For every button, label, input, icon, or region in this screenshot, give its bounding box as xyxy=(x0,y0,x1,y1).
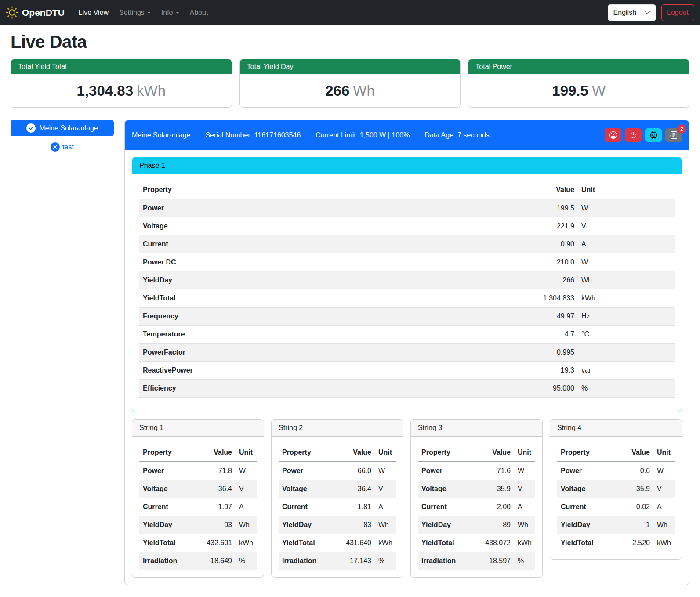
caret-down-icon xyxy=(176,12,179,14)
value-cell: 432.601 xyxy=(195,534,236,552)
nav-item-live-view[interactable]: Live View xyxy=(75,5,112,20)
table-body: Power71.6WVoltage35.9VCurrent2.00AYieldD… xyxy=(418,462,535,570)
unit-cell: A xyxy=(578,235,675,253)
column-value: Value xyxy=(516,181,578,199)
unit-cell: Wh xyxy=(375,516,396,534)
nav-item-label: About xyxy=(190,9,208,17)
inverter-serial: Serial Number: 116171603546 xyxy=(205,131,301,139)
string-card-title: String 2 xyxy=(272,420,403,437)
table-header-row: Property Value Unit xyxy=(279,444,396,462)
table-head: Property Value Unit xyxy=(279,444,396,462)
value-cell: 1 xyxy=(613,516,653,534)
nav-item-label: Settings xyxy=(119,9,145,17)
string-card-1: String 1 Property Value Unit xyxy=(132,419,264,578)
property-cell: Efficiency xyxy=(139,380,516,398)
table-row: Efficiency95.000% xyxy=(139,380,675,398)
inverter-limit: Current Limit: 1,500 W | 100% xyxy=(316,131,410,139)
value-cell: 93 xyxy=(195,516,236,534)
column-unit: Unit xyxy=(653,444,675,462)
unit-cell: Wh xyxy=(514,516,535,534)
value-cell: 18.597 xyxy=(474,552,514,570)
property-cell: Frequency xyxy=(139,308,516,326)
unit-cell: V xyxy=(514,480,535,498)
property-cell: Power xyxy=(279,462,334,480)
logout-button[interactable]: Logout xyxy=(661,4,694,21)
property-cell: YieldDay xyxy=(557,516,613,534)
table-row: Power71.8W xyxy=(139,462,257,480)
event-log-button[interactable]: 2 xyxy=(665,128,682,142)
table-row: Current1.81A xyxy=(279,498,396,516)
table-head: Property Value Unit xyxy=(139,444,257,462)
phase-card: Phase 1 Property Value Unit Power199.5WV… xyxy=(132,157,682,412)
value-cell: 199.5 xyxy=(516,199,578,217)
unit-cell: A xyxy=(653,498,675,516)
inverter-selected-button[interactable]: Meine Solaranlage xyxy=(11,120,114,136)
column-unit: Unit xyxy=(514,444,535,462)
column-unit: Unit xyxy=(236,444,257,462)
column-property: Property xyxy=(418,444,474,462)
string-card-body: Property Value Unit Power71.6WVoltage35.… xyxy=(411,437,542,570)
unit-cell: A xyxy=(375,498,396,516)
table-row: Power DC210.0W xyxy=(139,253,675,271)
value-cell: 438.072 xyxy=(474,534,514,552)
device-info-button[interactable] xyxy=(645,128,662,142)
table-row: YieldDay266Wh xyxy=(139,271,675,289)
inverter-selected-label: Meine Solaranlage xyxy=(39,124,98,132)
inverter-name: Meine Solaranlage xyxy=(132,131,190,139)
x-circle-icon xyxy=(51,142,60,152)
property-cell: Power xyxy=(139,199,516,217)
property-cell: Irradiation xyxy=(279,552,334,570)
summary-value: 1,304.83 xyxy=(77,83,133,99)
property-cell: YieldTotal xyxy=(139,534,195,552)
power-button[interactable] xyxy=(625,128,642,142)
table-header-row: Property Value Unit xyxy=(139,181,675,199)
content-row: Meine Solaranlage test Meine Solaranlage… xyxy=(11,120,689,585)
column-property: Property xyxy=(279,444,334,462)
table-head: Property Value Unit xyxy=(418,444,535,462)
nav-item-info[interactable]: Info xyxy=(158,5,183,20)
property-cell: Current xyxy=(279,498,334,516)
table-row: Current1.97A xyxy=(139,498,257,516)
nav-item-about[interactable]: About xyxy=(186,5,212,20)
unit-cell: W xyxy=(375,462,396,480)
property-cell: YieldTotal xyxy=(557,534,613,552)
property-cell: Voltage xyxy=(139,217,516,235)
table-row: PowerFactor0.995 xyxy=(139,344,675,362)
brand[interactable]: OpenDTU xyxy=(6,6,65,19)
table-row: Frequency49.97Hz xyxy=(139,308,675,326)
property-cell: ReactivePower xyxy=(139,362,516,380)
language-select[interactable]: English xyxy=(608,4,656,21)
column-value: Value xyxy=(334,444,375,462)
table-row: Voltage221.9V xyxy=(139,217,675,235)
column-value: Value xyxy=(474,444,514,462)
summary-row: Total Yield Total 1,304.83kWh Total Yiel… xyxy=(11,59,689,108)
navbar: OpenDTU Live View Settings Info About En… xyxy=(0,0,700,25)
table-row: Power66.0W xyxy=(279,462,396,480)
value-cell: 210.0 xyxy=(516,253,578,271)
table-row: Irradiation18.597% xyxy=(418,552,535,570)
table-row: YieldTotal438.072kWh xyxy=(418,534,535,552)
phase-table: Property Value Unit Power199.5WVoltage22… xyxy=(139,181,675,398)
summary-value: 266 xyxy=(325,83,349,99)
table-row: YieldDay89Wh xyxy=(418,516,535,534)
unit-cell: kWh xyxy=(236,534,257,552)
inverter-item-test[interactable]: test xyxy=(11,142,114,152)
limit-settings-button[interactable] xyxy=(605,128,621,142)
column-unit: Unit xyxy=(375,444,396,462)
string-card-3: String 3 Property Value Unit xyxy=(410,419,543,578)
speedometer-icon xyxy=(609,131,617,139)
summary-card-body: 266Wh xyxy=(240,74,461,107)
table-row: ReactivePower19.3var xyxy=(139,362,675,380)
nav-item-settings[interactable]: Settings xyxy=(116,5,154,20)
nav-item-label: Live View xyxy=(79,9,109,17)
table-row: Power71.6W xyxy=(418,462,535,480)
table-body: Power0.6WVoltage35.9VCurrent0.02AYieldDa… xyxy=(557,462,675,552)
table-row: Voltage36.4V xyxy=(139,480,257,498)
table-row: Current0.90A xyxy=(139,235,675,253)
unit-cell: var xyxy=(578,362,675,380)
summary-unit: W xyxy=(592,83,606,99)
value-cell: 1.97 xyxy=(195,498,236,516)
unit-cell: % xyxy=(375,552,396,570)
property-cell: YieldTotal xyxy=(279,534,334,552)
property-cell: YieldTotal xyxy=(418,534,474,552)
